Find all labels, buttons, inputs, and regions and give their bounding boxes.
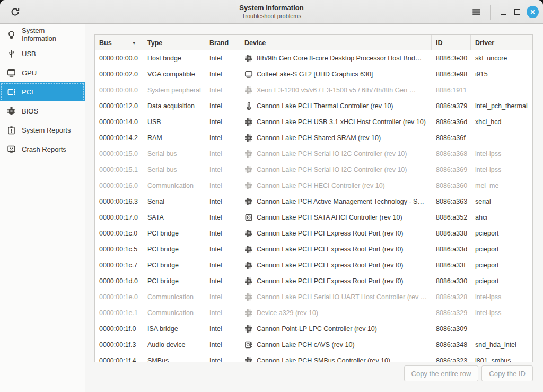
cell-bus: 0000:00:1e.1	[95, 309, 143, 317]
column-header-driver[interactable]: Driver	[471, 35, 532, 50]
cell-type: System peripheral	[143, 86, 205, 94]
sidebar-item-label: Crash Reports	[22, 145, 66, 153]
chip-icon	[244, 356, 253, 362]
table-row[interactable]: 0000:00:1f.4 SMBus Intel Cannon Lake PCH…	[95, 353, 532, 362]
copy-entire-row-button[interactable]: Copy the entire row	[404, 365, 479, 381]
usb-icon	[7, 49, 16, 58]
chip-icon	[7, 107, 16, 116]
cell-driver: i801_smbus	[471, 357, 532, 362]
drive-icon	[244, 213, 253, 222]
cell-driver: intel_pch_thermal	[471, 102, 532, 110]
cell-brand: Intel	[205, 246, 240, 253]
cell-brand: Intel	[205, 71, 240, 78]
cell-id: 8086:a33f	[432, 262, 471, 269]
cell-id: 8086:a36f	[432, 134, 471, 142]
cell-driver: serial	[471, 198, 532, 205]
sidebar-item-gpu[interactable]: GPU	[0, 63, 85, 82]
table-row[interactable]: 0000:00:02.0 VGA compatible Intel Coffee…	[95, 66, 532, 82]
cell-type: Data acquisition	[143, 102, 205, 110]
column-header-device[interactable]: Device	[240, 35, 432, 50]
menu-button[interactable]	[468, 4, 484, 20]
sidebar-item-system-information[interactable]: System Information	[0, 25, 85, 44]
table-row[interactable]: 0000:00:16.0 Communication Intel Cannon …	[95, 178, 532, 194]
copy-id-button[interactable]: Copy the ID	[481, 365, 533, 381]
system-information-window: System Information Troubleshoot problems…	[0, 0, 543, 392]
sidebar-item-system-reports[interactable]: System Reports	[0, 120, 85, 140]
column-header-label: Bus	[99, 39, 112, 47]
close-icon: ✕	[530, 8, 535, 16]
minimize-button[interactable]	[496, 5, 510, 19]
table-row[interactable]: 0000:00:1c.7 PCI bridge Intel Cannon Lak…	[95, 257, 532, 273]
column-header-type[interactable]: Type	[143, 35, 205, 50]
cell-device: Cannon Lake PCH USB 3.1 xHCI Host Contro…	[240, 118, 432, 126]
cell-brand: Intel	[205, 166, 240, 173]
cell-type: VGA compatible	[143, 71, 205, 78]
cell-id: 8086:a330	[432, 277, 471, 285]
cell-id: 8086:3e30	[432, 55, 471, 62]
table-row[interactable]: 0000:00:16.3 Serial Intel Cannon Lake PC…	[95, 194, 532, 210]
cell-id: 8086:a323	[432, 357, 471, 362]
sidebar-item-pci[interactable]: PCI	[0, 82, 85, 101]
sidebar-item-label: BIOS	[22, 107, 38, 115]
sidebar-item-label: System Reports	[22, 126, 71, 134]
table-row[interactable]: 0000:00:14.2 RAM Intel Cannon Lake PCH S…	[95, 130, 532, 146]
sidebar-item-bios[interactable]: BIOS	[0, 101, 85, 120]
table-row[interactable]: 0000:00:1e.0 Communication Intel Cannon …	[95, 289, 532, 305]
cell-driver: intel-lpss	[471, 293, 532, 301]
table-row[interactable]: 0000:00:1c.0 PCI bridge Intel Cannon Lak…	[95, 225, 532, 241]
table-row[interactable]: 0000:00:1f.3 Audio device Intel Cannon L…	[95, 337, 532, 353]
table-row[interactable]: 0000:00:00.0 Host bridge Intel 8th/9th G…	[95, 50, 532, 66]
minimize-icon	[501, 14, 506, 15]
cell-id: 8086:a368	[432, 150, 471, 158]
cell-device: Cannon Lake PCH Serial IO UART Host Cont…	[240, 293, 432, 301]
cell-type: PCI bridge	[143, 246, 205, 253]
cell-device: Cannon Lake PCH Thermal Controller (rev …	[240, 102, 432, 110]
cell-bus: 0000:00:14.2	[95, 134, 143, 142]
table-row[interactable]: 0000:00:15.1 Serial bus Intel Cannon Lak…	[95, 162, 532, 178]
cell-brand: Intel	[205, 325, 240, 333]
cell-bus: 0000:00:12.0	[95, 102, 143, 110]
window-subtitle: Troubleshoot problems	[106, 13, 437, 20]
cell-id: 8086:a352	[432, 214, 471, 221]
cell-device: Cannon Lake PCH Shared SRAM (rev 10)	[240, 134, 432, 142]
column-header-brand[interactable]: Brand	[205, 35, 240, 50]
table-row[interactable]: 0000:00:1f.0 ISA bridge Intel Cannon Poi…	[95, 321, 532, 337]
cell-type: Audio device	[143, 341, 205, 349]
column-header-id[interactable]: ID	[432, 35, 471, 50]
title-block: System Information Troubleshoot problems	[106, 3, 437, 20]
table-row[interactable]: 0000:00:14.0 USB Intel Cannon Lake PCH U…	[95, 114, 532, 130]
chip-icon	[244, 261, 253, 269]
cell-brand: Intel	[205, 214, 240, 221]
sidebar: System Information USB GPU PCI BIOS Syst…	[0, 24, 85, 392]
cell-device: Cannon Lake PCH PCI Express Root Port (r…	[240, 261, 432, 269]
cell-device: Cannon Lake PCH SMBus Controller (rev 10…	[240, 356, 432, 362]
chip-icon	[244, 325, 253, 333]
table-row[interactable]: 0000:00:1d.0 PCI bridge Intel Cannon Lak…	[95, 273, 532, 289]
cell-bus: 0000:00:14.0	[95, 118, 143, 126]
table-row[interactable]: 0000:00:08.0 System peripheral Intel Xeo…	[95, 82, 532, 98]
table-row[interactable]: 0000:00:12.0 Data acquisition Intel Cann…	[95, 98, 532, 114]
chip-icon	[244, 245, 253, 254]
cell-id: 8086:a329	[432, 309, 471, 317]
refresh-button[interactable]	[7, 4, 23, 20]
table-row[interactable]: 0000:00:1e.1 Communication Intel Device …	[95, 305, 532, 321]
sidebar-item-crash-reports[interactable]: Crash Reports	[0, 140, 85, 159]
cell-brand: Intel	[205, 102, 240, 110]
device-name: Device a329 (rev 10)	[257, 309, 318, 317]
column-header-bus[interactable]: Bus ▼	[95, 35, 143, 50]
table-row[interactable]: 0000:00:1c.5 PCI bridge Intel Cannon Lak…	[95, 241, 532, 257]
table-row[interactable]: 0000:00:15.0 Serial bus Intel Cannon Lak…	[95, 146, 532, 162]
titlebar-controls: ✕	[468, 0, 539, 24]
cell-bus: 0000:00:1c.5	[95, 246, 143, 253]
maximize-button[interactable]	[510, 5, 524, 19]
device-name: Cannon Point-LP LPC Controller (rev 10)	[257, 325, 377, 333]
thermometer-icon	[244, 102, 253, 110]
sidebar-item-label: PCI	[22, 88, 33, 96]
cell-brand: Intel	[205, 341, 240, 349]
table-row[interactable]: 0000:00:17.0 SATA Intel Cannon Lake PCH …	[95, 210, 532, 225]
table-body[interactable]: 0000:00:00.0 Host bridge Intel 8th/9th G…	[95, 50, 532, 362]
sidebar-item-usb[interactable]: USB	[0, 44, 85, 63]
cell-type: PCI bridge	[143, 277, 205, 285]
close-button[interactable]: ✕	[527, 6, 539, 18]
cell-device: Cannon Lake PCH PCI Express Root Port (r…	[240, 229, 432, 238]
